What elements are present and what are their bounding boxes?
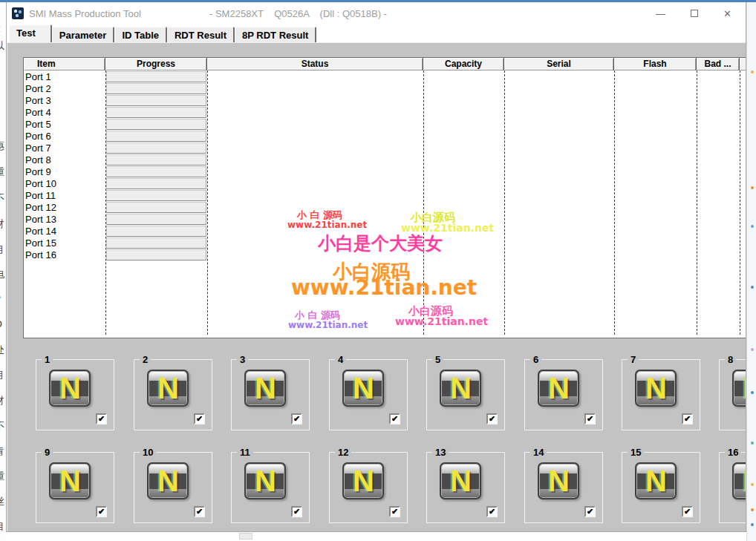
port-enable-checkbox[interactable]: ✔ (486, 506, 498, 517)
port-panel: 9 N ✔ (36, 452, 114, 523)
port-status-icon: N (147, 370, 189, 407)
background-dot (751, 523, 754, 526)
port-status-icon: N (342, 462, 384, 499)
port-enable-checkbox[interactable]: ✔ (194, 413, 205, 424)
port-panel-number: 3 (237, 354, 248, 365)
background-dot (751, 391, 754, 394)
port-panel-number: 5 (432, 354, 443, 365)
background-fragment (239, 533, 252, 540)
port-status-icon: N (635, 462, 677, 499)
n-letter: N (157, 463, 189, 499)
port-enable-checkbox[interactable]: ✔ (194, 506, 205, 517)
tab[interactable]: 8P RDT Result (235, 27, 316, 42)
n-letter: N (59, 370, 91, 406)
background-dot (751, 186, 754, 189)
app-window: SMI Mass Production Tool - SM2258XT Q052… (6, 2, 746, 532)
n-letter: N (450, 463, 481, 499)
port-status-icon: N (244, 462, 286, 499)
n-letter: N (255, 370, 286, 406)
port-panel: 8 N ✔ (719, 359, 746, 430)
port-panel: 6 N ✔ (524, 359, 603, 430)
port-enable-checkbox[interactable]: ✔ (584, 413, 596, 424)
background-text-fragment: 重 (0, 470, 4, 483)
port-enable-checkbox[interactable]: ✔ (682, 506, 693, 517)
port-panel-number: 16 (725, 447, 741, 458)
test-tab-content: Item Progress Status Capacity Serial Fla… (7, 42, 746, 532)
port-panel: 16 N ✔ (719, 452, 746, 523)
background-text-fragment: 目 (0, 520, 4, 534)
port-panel-number: 8 (725, 354, 736, 365)
background-dot (751, 71, 754, 73)
tab[interactable]: RDT Result (167, 27, 235, 42)
port-enable-checkbox[interactable]: ✔ (291, 506, 302, 517)
port-panel-number: 12 (335, 447, 351, 458)
tab[interactable]: Test (9, 24, 52, 42)
n-letter: N (450, 370, 481, 406)
port-panels-grid: 1 N ✔ 2 N ✔ 3 N ✔ 4 (7, 43, 746, 532)
port-panel: 3 N ✔ (231, 359, 310, 430)
background-text-fragment: 月 (0, 243, 4, 257)
port-panel: 11 N ✔ (231, 452, 310, 523)
port-enable-checkbox[interactable]: ✔ (96, 506, 107, 517)
background-dot (751, 442, 754, 445)
port-enable-checkbox[interactable]: ✔ (584, 506, 596, 517)
port-panel-number: 13 (432, 447, 449, 458)
port-panel-number: 1 (42, 354, 53, 365)
port-panel-number: 10 (140, 447, 156, 458)
port-enable-checkbox[interactable]: ✔ (389, 506, 400, 517)
background-dot (751, 508, 754, 511)
background-text-fragment: 重 (0, 165, 4, 179)
port-status-icon: N (538, 462, 579, 499)
port-enable-checkbox[interactable]: ✔ (291, 413, 302, 424)
port-panel: 13 N ✔ (426, 452, 505, 523)
background-text-fragment: 材 (0, 217, 4, 231)
background-dot (751, 286, 754, 289)
window-subtitle: - SM2258XT Q0526A (Dll : Q0518B) - (209, 8, 387, 19)
tab-bar: Test Parameter ID Table RDT Result 8P RD… (7, 24, 746, 42)
port-status-icon: N (732, 370, 746, 407)
port-enable-checkbox[interactable]: ✔ (389, 413, 400, 424)
background-text-fragment: 2 (0, 23, 1, 34)
port-status-icon: N (342, 370, 384, 407)
tab[interactable]: ID Table (114, 27, 167, 42)
port-panel-number: 4 (335, 354, 346, 365)
port-panel-number: 15 (628, 447, 644, 458)
n-letter: N (255, 463, 286, 499)
background-text-fragment: 以 (0, 39, 4, 53)
background-text-fragment: 不 (0, 419, 4, 433)
background-text-fragment: 处 (0, 344, 4, 357)
background-text-fragment: 电 (0, 268, 4, 281)
port-status-icon: N (440, 462, 481, 499)
port-panel: 10 N ✔ (134, 452, 212, 523)
port-panel-number: 7 (628, 354, 639, 365)
port-status-icon: N (538, 370, 579, 407)
close-button[interactable]: ✕ (711, 2, 744, 24)
tab[interactable]: Parameter (52, 27, 115, 42)
app-icon (12, 7, 24, 19)
background-dot (751, 483, 754, 486)
background-text-fragment: 材 (0, 394, 4, 407)
port-panel-number: 11 (237, 447, 253, 458)
port-panel: 1 N ✔ (36, 359, 114, 430)
n-letter: N (157, 370, 189, 406)
n-letter: N (548, 370, 579, 406)
port-status-icon: N (635, 370, 677, 407)
title-bar: SMI Mass Production Tool - SM2258XT Q052… (7, 2, 746, 24)
port-status-icon: N (147, 462, 189, 499)
background-text-fragment: P (0, 293, 1, 304)
port-panel: 14 N ✔ (524, 452, 603, 523)
port-status-icon: N (440, 370, 481, 407)
maximize-icon (691, 10, 698, 17)
port-enable-checkbox[interactable]: ✔ (682, 413, 693, 424)
n-letter: N (743, 370, 746, 406)
background-text-fragment: 惠 (0, 140, 4, 153)
n-letter: N (353, 463, 384, 499)
port-enable-checkbox[interactable]: ✔ (486, 413, 498, 424)
port-panel: 4 N ✔ (329, 359, 408, 430)
minimize-button[interactable]: — (644, 2, 677, 24)
background-right-strip (746, 2, 756, 541)
maximize-button[interactable] (677, 2, 711, 24)
n-letter: N (645, 370, 677, 406)
port-panel-number: 2 (140, 354, 151, 365)
port-enable-checkbox[interactable]: ✔ (96, 413, 107, 424)
